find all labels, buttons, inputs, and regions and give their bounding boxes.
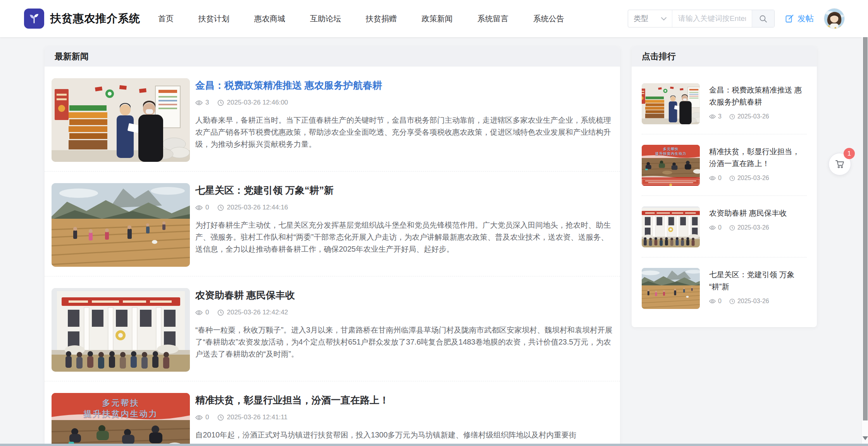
ranking-date: 2025-03-26 bbox=[737, 113, 769, 120]
eye-icon bbox=[709, 299, 716, 304]
vertical-scrollbar[interactable] bbox=[861, 37, 868, 444]
news-title[interactable]: 农资助春耕 惠民保丰收 bbox=[195, 289, 614, 302]
news-body: 精准扶贫，彰显行业担当，汾酒一直在路上！ 0 2025-03-26 12:41:… bbox=[195, 393, 614, 446]
ranking-item[interactable]: 七星关区：党建引领 万象“耕”新 0 2025-03-26 bbox=[642, 257, 807, 319]
news-item[interactable]: 七星关区：党建引领 万象“耕”新 0 2025-03-26 12:44:16 为… bbox=[45, 171, 620, 276]
news-meta: 0 2025-03-26 12:41:11 bbox=[195, 413, 614, 421]
news-summary: 自2010年起，汾酒正式对马坊镇进行扶贫帮困，投入1300多万元为马坊镇新建、修… bbox=[195, 429, 614, 441]
search-input[interactable] bbox=[672, 10, 752, 27]
news-title[interactable]: 金昌：税费政策精准推送 惠农服务护航春耕 bbox=[195, 79, 614, 92]
page-content: 最新新闻 金昌：税费政策精准推送 惠农服务护航春耕 3 bbox=[0, 37, 868, 446]
poster-caption: 多元帮扶 提升扶贫内生动力 bbox=[642, 147, 700, 156]
search-button[interactable] bbox=[752, 10, 774, 27]
post-link[interactable]: 发帖 bbox=[785, 13, 814, 24]
news-title[interactable]: 精准扶贫，彰显行业担当，汾酒一直在路上！ bbox=[195, 394, 614, 407]
ranking-thumb[interactable] bbox=[642, 206, 700, 247]
navbar-right: 类型 发帖 bbox=[628, 8, 845, 29]
user-avatar[interactable] bbox=[824, 8, 845, 29]
edit-icon bbox=[785, 14, 794, 23]
news-time: 2025-03-26 12:46:00 bbox=[227, 99, 288, 106]
chevron-down-icon bbox=[661, 17, 666, 21]
eye-icon bbox=[709, 176, 716, 180]
eye-icon bbox=[709, 225, 716, 230]
news-meta: 0 2025-03-26 12:42:42 bbox=[195, 309, 614, 316]
nav-item-forum[interactable]: 互助论坛 bbox=[310, 14, 341, 24]
ranking-thumb-image bbox=[642, 83, 700, 124]
ranking-title[interactable]: 金昌：税费政策精准推送 惠农服务护航春耕 bbox=[709, 84, 807, 108]
news-item[interactable]: 农资助春耕 惠民保丰收 0 2025-03-26 12:42:42 “春种一粒粟… bbox=[45, 276, 620, 381]
news-photo[interactable] bbox=[52, 288, 190, 372]
ranking-title[interactable]: 农资助春耕 惠民保丰收 bbox=[709, 207, 807, 219]
nav-item-poverty-plan[interactable]: 扶贫计划 bbox=[198, 14, 229, 24]
ranking-thumb[interactable] bbox=[642, 83, 700, 124]
ranking-item[interactable]: 农资助春耕 惠民保丰收 0 2025-03-26 bbox=[642, 196, 807, 257]
type-select-value: 类型 bbox=[634, 14, 648, 24]
ranking-meta: 0 2025-03-26 bbox=[709, 224, 807, 231]
ranking-info: 金昌：税费政策精准推送 惠农服务护航春耕 3 2025-03-26 bbox=[709, 83, 807, 124]
news-item[interactable]: 多元帮扶 提升扶贫内生动力 精准扶贫，彰显行业担当，汾酒一直在路上！ 0 bbox=[45, 381, 620, 446]
news-body: 七星关区：党建引领 万象“耕”新 0 2025-03-26 12:44:16 为… bbox=[195, 183, 614, 267]
main-nav: 首页 扶贫计划 惠农商城 互助论坛 扶贫捐赠 政策新闻 系统留言 系统公告 bbox=[158, 14, 564, 24]
nav-item-donation[interactable]: 扶贫捐赠 bbox=[366, 14, 397, 24]
ranking-meta: 3 2025-03-26 bbox=[709, 113, 807, 120]
ranking-meta: 0 2025-03-26 bbox=[709, 175, 807, 182]
clock-icon bbox=[217, 309, 224, 316]
horizontal-scrollbar[interactable] bbox=[0, 444, 868, 446]
scrollbar-thumb[interactable] bbox=[863, 37, 868, 420]
news-photo[interactable]: 多元帮扶 提升扶贫内生动力 bbox=[52, 393, 190, 446]
news-views: 0 bbox=[205, 413, 209, 421]
magnifier-icon bbox=[759, 15, 767, 23]
news-summary: 人勤春来早，备耕正当时。当下正值春耕生产的关键时节，金昌市税务部门主动靠前，走进… bbox=[195, 114, 614, 150]
news-summary: 为打好春耕生产主动仗，七星关区充分发挥基层党组织战斗堡垒和党员先锋模范作用。广大… bbox=[195, 219, 614, 255]
ranking-info: 农资助春耕 惠民保丰收 0 2025-03-26 bbox=[709, 206, 807, 247]
nav-item-policy-news[interactable]: 政策新闻 bbox=[422, 14, 453, 24]
eye-icon bbox=[709, 114, 716, 119]
news-meta: 0 2025-03-26 12:44:16 bbox=[195, 204, 614, 211]
latest-news-title: 最新新闻 bbox=[55, 51, 89, 62]
ranking-thumb-image bbox=[642, 268, 700, 309]
shopping-cart-icon bbox=[835, 159, 845, 169]
news-photo[interactable] bbox=[52, 183, 190, 267]
ranking-views: 0 bbox=[718, 175, 722, 182]
ranking-thumb[interactable]: 多元帮扶 提升扶贫内生动力 bbox=[642, 145, 700, 186]
click-ranking-header: 点击排行 bbox=[632, 46, 817, 67]
scrollbar-down-arrow-icon[interactable] bbox=[863, 436, 868, 440]
ranking-title[interactable]: 七星关区：党建引领 万象“耕”新 bbox=[709, 269, 807, 293]
news-body: 金昌：税费政策精准推送 惠农服务护航春耕 3 2025-03-26 12:46:… bbox=[195, 78, 614, 162]
eye-icon bbox=[195, 310, 203, 315]
brand[interactable]: 扶贫惠农推介系统 bbox=[24, 9, 140, 29]
click-ranking-title: 点击排行 bbox=[642, 51, 676, 62]
news-views: 0 bbox=[205, 204, 209, 211]
ranking-title[interactable]: 精准扶贫，彰显行业担当，汾酒一直在路上！ bbox=[709, 146, 807, 170]
nav-item-home[interactable]: 首页 bbox=[158, 14, 174, 24]
news-time: 2025-03-26 12:44:16 bbox=[227, 204, 288, 211]
top-navbar: 扶贫惠农推介系统 首页 扶贫计划 惠农商城 互助论坛 扶贫捐赠 政策新闻 系统留… bbox=[0, 0, 868, 37]
ranking-thumb[interactable] bbox=[642, 268, 700, 309]
ranking-info: 精准扶贫，彰显行业担当，汾酒一直在路上！ 0 2025-03-26 bbox=[709, 145, 807, 186]
news-photo-image bbox=[52, 288, 190, 372]
ranking-item[interactable]: 金昌：税费政策精准推送 惠农服务护航春耕 3 2025-03-26 bbox=[642, 73, 807, 134]
news-title[interactable]: 七星关区：党建引领 万象“耕”新 bbox=[195, 184, 614, 197]
latest-news-header: 最新新闻 bbox=[45, 46, 620, 67]
ranking-list: 金昌：税费政策精准推送 惠农服务护航春耕 3 2025-03-26 bbox=[632, 67, 817, 321]
clock-icon bbox=[217, 204, 224, 211]
ranking-date: 2025-03-26 bbox=[737, 175, 769, 182]
type-select[interactable]: 类型 bbox=[628, 10, 672, 27]
ranking-item[interactable]: 多元帮扶 提升扶贫内生动力 精准扶贫，彰显行业担当，汾酒一直在路上！ 0 bbox=[642, 134, 807, 196]
news-item[interactable]: 金昌：税费政策精准推送 惠农服务护航春耕 3 2025-03-26 12:46:… bbox=[45, 67, 620, 171]
nav-item-mall[interactable]: 惠农商城 bbox=[254, 14, 285, 24]
ranking-meta: 0 2025-03-26 bbox=[709, 298, 807, 305]
latest-news-card: 最新新闻 金昌：税费政策精准推送 惠农服务护航春耕 3 bbox=[45, 46, 620, 446]
news-views: 3 bbox=[205, 99, 209, 106]
clock-icon bbox=[729, 175, 735, 181]
nav-item-announcements[interactable]: 系统公告 bbox=[533, 14, 564, 24]
app-logo bbox=[24, 9, 44, 29]
poster-caption: 多元帮扶 提升扶贫内生动力 bbox=[52, 398, 190, 420]
nav-item-messages[interactable]: 系统留言 bbox=[477, 14, 508, 24]
clock-icon bbox=[217, 414, 224, 421]
news-photo[interactable] bbox=[52, 78, 190, 162]
ranking-views: 0 bbox=[718, 224, 722, 231]
ranking-date: 2025-03-26 bbox=[737, 224, 769, 231]
news-time: 2025-03-26 12:42:42 bbox=[227, 309, 288, 316]
ranking-views: 3 bbox=[718, 113, 722, 120]
